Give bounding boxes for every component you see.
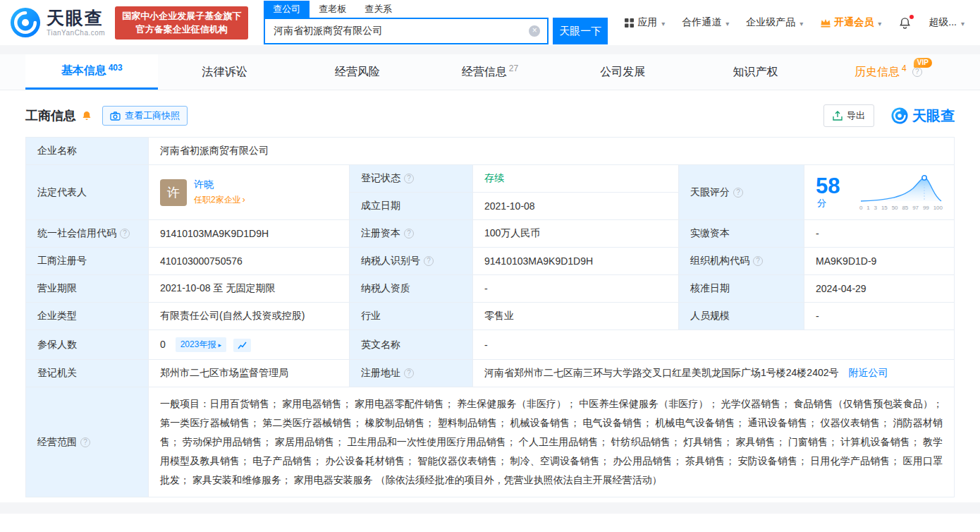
nav-open-vip[interactable]: 开通会员	[820, 16, 881, 29]
help-icon[interactable]	[424, 256, 434, 266]
help-icon[interactable]	[404, 229, 414, 238]
label-english-name: 英文名称	[350, 330, 473, 360]
tab-label: 经营风险	[335, 65, 380, 80]
line-chart-icon	[238, 341, 247, 349]
value-taxpayer-id: 91410103MA9K9D1D9H	[473, 248, 679, 275]
tab-company-development[interactable]: 公司发展	[556, 54, 689, 90]
tianyancha-watermark: 天眼查	[891, 107, 955, 126]
label-company-name: 企业名称	[26, 138, 149, 165]
tab-history-info[interactable]: 历史信息 4 VIP	[822, 54, 955, 90]
nearby-companies-link[interactable]: 附近公司	[848, 367, 888, 378]
table-row: 企业类型 有限责任公司(自然人投资或控股) 行业 零售业 人员规模 -	[26, 303, 955, 330]
vip-badge: VIP	[914, 58, 932, 68]
export-button-label: 导出	[847, 109, 865, 122]
search-area: 查公司 查老板 查关系 × 天眼一下	[264, 1, 608, 44]
top-header: 天眼查 TianYanCha.com 国家中小企业发展子基金旗下 官方备案企业征…	[0, 0, 980, 45]
value-business-scope: 一般项目：日用百货销售； 家用电器销售； 家用电器零配件销售； 养生保健服务（非…	[149, 387, 955, 497]
table-row: 登记机关 郑州市二七区市场监督管理局 注册地址 河南省郑州市二七区南三环与大学路…	[26, 360, 955, 387]
nav-enterprise-label: 企业级产品	[746, 16, 795, 29]
help-icon[interactable]	[733, 188, 743, 198]
value-taxpayer-quality: -	[473, 275, 679, 303]
score-axis: 0131550859799100	[859, 205, 943, 211]
help-icon[interactable]	[404, 368, 414, 378]
value-approval-date: 2024-04-29	[804, 275, 955, 303]
legal-rep-avatar[interactable]: 许	[160, 179, 187, 206]
label-reg-status: 登记状态	[350, 165, 473, 193]
tab-count: 27	[509, 64, 518, 73]
subscribe-bell-icon[interactable]	[81, 110, 92, 121]
logo-text-cn: 天眼查	[47, 9, 105, 27]
value-legal-rep: 许 许晓 任职2家企业›	[149, 165, 350, 220]
nav-apps-label: 应用	[637, 16, 657, 29]
value-org-code: MA9K9D1D-9	[804, 248, 955, 275]
value-business-term: 2021-10-08 至 无固定期限	[149, 275, 350, 303]
search-button[interactable]: 天眼一下	[553, 18, 608, 44]
annual-report-link[interactable]: 2023年报▸	[176, 337, 226, 352]
chevron-down-icon	[724, 17, 729, 28]
view-snapshot-button[interactable]: 查看工商快照	[102, 106, 188, 126]
tab-operating-risk[interactable]: 经营风险	[291, 54, 424, 90]
camera-icon	[110, 111, 121, 121]
tianyancha-logo-icon	[10, 7, 41, 38]
help-icon[interactable]	[404, 174, 414, 183]
tab-label: 公司发展	[600, 65, 645, 80]
value-reg-capital: 100万人民币	[473, 220, 679, 248]
nav-cooperation[interactable]: 合作通道	[682, 16, 729, 29]
tab-count: 4	[902, 64, 907, 73]
help-icon[interactable]	[120, 229, 130, 238]
legal-rep-link[interactable]: 许晓	[194, 179, 245, 191]
score-number: 58	[816, 174, 840, 198]
label-establish-date: 成立日期	[350, 193, 473, 220]
label-tianyan-score: 天眼评分	[679, 165, 804, 220]
nav-vip-label: 开通会员	[834, 16, 874, 29]
nav-super-label: 超级...	[929, 16, 957, 29]
insured-number: 0	[160, 339, 166, 350]
search-input[interactable]	[272, 25, 529, 37]
chevron-down-icon	[960, 17, 964, 28]
label-business-term: 营业期限	[26, 275, 149, 303]
gov-badge-line2: 官方备案企业征信机构	[122, 23, 241, 37]
search-tab-company[interactable]: 查公司	[264, 1, 310, 18]
tab-legal-proceedings[interactable]: 法律诉讼	[158, 54, 290, 90]
nav-apps[interactable]: 应用	[624, 16, 665, 29]
company-tabbar: 基本信息 403 法律诉讼 经营风险 经营信息 27 公司发展 知识产权 历史信…	[0, 54, 980, 90]
help-icon[interactable]	[80, 437, 90, 447]
tab-basic-info[interactable]: 基本信息 403	[25, 54, 158, 90]
triangle-right-icon: ▸	[218, 341, 221, 349]
top-navigation: 应用 合作通道 企业级产品 开通会员 超级...	[624, 16, 964, 30]
search-tabs: 查公司 查老板 查关系	[264, 1, 608, 18]
help-icon[interactable]	[912, 67, 922, 77]
tianyancha-brand-icon	[891, 107, 908, 124]
notification-bell[interactable]	[898, 16, 912, 30]
tianyancha-logo[interactable]: 天眼查 TianYanCha.com	[10, 7, 105, 38]
score-distribution-chart: 0131550859799100	[859, 174, 943, 211]
value-establish-date: 2021-10-08	[473, 193, 679, 220]
tab-intellectual-property[interactable]: 知识产权	[689, 54, 821, 90]
clear-search-icon[interactable]: ×	[529, 25, 540, 37]
nav-super-vip[interactable]: 超级...	[929, 16, 964, 29]
snapshot-button-label: 查看工商快照	[125, 109, 180, 122]
label-credit-code: 统一社会信用代码	[26, 220, 149, 248]
export-icon	[833, 111, 843, 121]
label-reg-authority: 登记机关	[26, 360, 149, 387]
label-taxpayer-quality: 纳税人资质	[350, 275, 473, 303]
help-icon[interactable]	[753, 256, 763, 266]
business-info-table: 企业名称 河南省初派商贸有限公司 法定代表人 许 许晓 任职2家企业› 登记状态…	[25, 137, 955, 497]
label-reg-capital: 注册资本	[350, 220, 473, 248]
nav-enterprise-products[interactable]: 企业级产品	[746, 16, 803, 29]
tab-operating-info[interactable]: 经营信息 27	[424, 54, 556, 90]
tab-label: 知识产权	[733, 65, 778, 80]
header-divider	[0, 45, 980, 54]
export-button[interactable]: 导出	[823, 104, 874, 127]
nav-cooperation-label: 合作通道	[682, 16, 721, 29]
legal-rep-companies-link[interactable]: 任职2家企业›	[194, 194, 245, 206]
table-row: 统一社会信用代码 91410103MA9K9D1D9H 注册资本 100万人民币…	[26, 220, 955, 248]
label-taxpayer-id: 纳税人识别号	[350, 248, 473, 275]
label-business-scope: 经营范围	[26, 387, 149, 497]
search-tab-relation[interactable]: 查关系	[355, 1, 401, 18]
trend-chart-button[interactable]	[233, 339, 251, 352]
value-tianyan-score: 58分	[804, 165, 955, 220]
tianyan-score[interactable]: 58分	[816, 174, 943, 211]
search-tab-boss[interactable]: 查老板	[310, 1, 355, 18]
tab-label: 基本信息	[61, 64, 106, 78]
